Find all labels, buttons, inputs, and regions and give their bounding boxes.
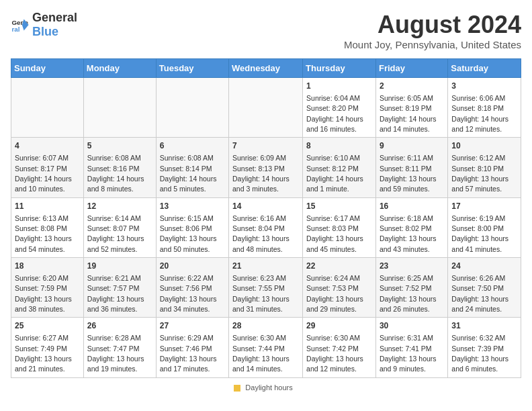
calendar-cell: 11Sunrise: 6:13 AM Sunset: 8:08 PM Dayli…	[11, 197, 84, 257]
page-header: Gene ral General Blue August 2024 Mount …	[11, 11, 521, 50]
day-info: Sunrise: 6:06 AM Sunset: 8:18 PM Dayligh…	[451, 94, 508, 133]
calendar-cell: 1Sunrise: 6:04 AM Sunset: 8:20 PM Daylig…	[303, 78, 376, 138]
calendar-cell: 28Sunrise: 6:30 AM Sunset: 7:44 PM Dayli…	[229, 318, 303, 377]
calendar-week-4: 18Sunrise: 6:20 AM Sunset: 7:59 PM Dayli…	[11, 258, 521, 318]
header-cell-thursday: Thursday	[303, 59, 376, 78]
title-block: August 2024 Mount Joy, Pennsylvania, Uni…	[344, 11, 521, 50]
calendar-cell: 22Sunrise: 6:24 AM Sunset: 7:53 PM Dayli…	[303, 258, 376, 318]
logo-general-text: General	[32, 11, 77, 24]
calendar-cell: 6Sunrise: 6:08 AM Sunset: 8:14 PM Daylig…	[156, 138, 228, 197]
calendar-cell: 30Sunrise: 6:31 AM Sunset: 7:41 PM Dayli…	[375, 318, 447, 377]
header-cell-monday: Monday	[83, 59, 156, 78]
day-info: Sunrise: 6:27 AM Sunset: 7:49 PM Dayligh…	[15, 334, 72, 373]
day-number: 10	[451, 140, 517, 152]
calendar-cell: 17Sunrise: 6:19 AM Sunset: 8:00 PM Dayli…	[448, 197, 521, 257]
day-info: Sunrise: 6:31 AM Sunset: 7:41 PM Dayligh…	[380, 334, 437, 373]
day-number: 1	[306, 81, 372, 92]
calendar-cell: 26Sunrise: 6:28 AM Sunset: 7:47 PM Dayli…	[83, 318, 156, 377]
main-title: August 2024	[344, 11, 521, 39]
calendar-cell: 10Sunrise: 6:12 AM Sunset: 8:10 PM Dayli…	[448, 138, 521, 197]
day-info: Sunrise: 6:23 AM Sunset: 7:55 PM Dayligh…	[232, 274, 290, 313]
header-cell-saturday: Saturday	[448, 59, 521, 78]
day-info: Sunrise: 6:30 AM Sunset: 7:44 PM Dayligh…	[232, 334, 290, 373]
calendar-cell	[156, 78, 228, 138]
day-number: 3	[451, 81, 517, 92]
day-number: 25	[15, 320, 80, 332]
day-info: Sunrise: 6:15 AM Sunset: 8:06 PM Dayligh…	[160, 214, 217, 253]
day-number: 17	[451, 201, 517, 212]
calendar-cell: 20Sunrise: 6:22 AM Sunset: 7:56 PM Dayli…	[156, 258, 228, 318]
day-number: 13	[160, 201, 225, 212]
day-number: 6	[160, 140, 225, 152]
logo: Gene ral General Blue	[11, 11, 77, 39]
calendar-cell: 5Sunrise: 6:08 AM Sunset: 8:16 PM Daylig…	[83, 138, 156, 197]
calendar-cell: 16Sunrise: 6:18 AM Sunset: 8:02 PM Dayli…	[375, 197, 447, 257]
day-info: Sunrise: 6:29 AM Sunset: 7:46 PM Dayligh…	[160, 334, 217, 373]
calendar-cell: 4Sunrise: 6:07 AM Sunset: 8:17 PM Daylig…	[11, 138, 84, 197]
day-number: 28	[232, 320, 299, 332]
calendar-cell: 23Sunrise: 6:25 AM Sunset: 7:52 PM Dayli…	[375, 258, 447, 318]
logo-icon: Gene ral	[11, 15, 30, 34]
calendar-cell: 8Sunrise: 6:10 AM Sunset: 8:12 PM Daylig…	[303, 138, 376, 197]
daylight-label: Daylight hours	[245, 383, 292, 392]
calendar-header: SundayMondayTuesdayWednesdayThursdayFrid…	[11, 59, 521, 78]
day-number: 9	[380, 140, 444, 152]
calendar-cell: 24Sunrise: 6:26 AM Sunset: 7:50 PM Dayli…	[448, 258, 521, 318]
day-number: 18	[15, 261, 80, 272]
day-number: 11	[15, 201, 80, 212]
logo-blue-text: Blue	[32, 25, 58, 38]
day-info: Sunrise: 6:28 AM Sunset: 7:47 PM Dayligh…	[87, 334, 144, 373]
calendar-cell	[11, 78, 84, 138]
daylight-dot	[234, 385, 240, 392]
day-number: 24	[451, 261, 517, 272]
day-number: 23	[380, 261, 444, 272]
day-info: Sunrise: 6:08 AM Sunset: 8:14 PM Dayligh…	[160, 154, 217, 193]
header-cell-tuesday: Tuesday	[156, 59, 228, 78]
day-number: 7	[232, 140, 299, 152]
calendar-cell: 29Sunrise: 6:30 AM Sunset: 7:42 PM Dayli…	[303, 318, 376, 377]
calendar-cell: 2Sunrise: 6:05 AM Sunset: 8:19 PM Daylig…	[375, 78, 447, 138]
day-info: Sunrise: 6:07 AM Sunset: 8:17 PM Dayligh…	[15, 154, 72, 193]
day-info: Sunrise: 6:09 AM Sunset: 8:13 PM Dayligh…	[232, 154, 290, 193]
day-number: 31	[451, 320, 517, 332]
calendar-cell: 19Sunrise: 6:21 AM Sunset: 7:57 PM Dayli…	[83, 258, 156, 318]
day-number: 20	[160, 261, 225, 272]
svg-text:ral: ral	[11, 26, 19, 33]
header-row: SundayMondayTuesdayWednesdayThursdayFrid…	[11, 59, 521, 78]
calendar-cell: 21Sunrise: 6:23 AM Sunset: 7:55 PM Dayli…	[229, 258, 303, 318]
calendar-body: 1Sunrise: 6:04 AM Sunset: 8:20 PM Daylig…	[11, 78, 521, 378]
day-number: 5	[87, 140, 152, 152]
day-info: Sunrise: 6:11 AM Sunset: 8:11 PM Dayligh…	[380, 154, 437, 193]
day-info: Sunrise: 6:26 AM Sunset: 7:50 PM Dayligh…	[451, 274, 508, 313]
day-number: 26	[87, 320, 152, 332]
day-info: Sunrise: 6:16 AM Sunset: 8:04 PM Dayligh…	[232, 214, 290, 253]
day-info: Sunrise: 6:08 AM Sunset: 8:16 PM Dayligh…	[87, 154, 144, 193]
day-number: 8	[306, 140, 372, 152]
calendar-cell: 3Sunrise: 6:06 AM Sunset: 8:18 PM Daylig…	[448, 78, 521, 138]
calendar-cell: 31Sunrise: 6:32 AM Sunset: 7:39 PM Dayli…	[448, 318, 521, 377]
day-info: Sunrise: 6:20 AM Sunset: 7:59 PM Dayligh…	[15, 274, 72, 313]
calendar-week-2: 4Sunrise: 6:07 AM Sunset: 8:17 PM Daylig…	[11, 138, 521, 197]
day-number: 12	[87, 201, 152, 212]
day-info: Sunrise: 6:12 AM Sunset: 8:10 PM Dayligh…	[451, 154, 508, 193]
day-number: 14	[232, 201, 299, 212]
calendar-cell: 13Sunrise: 6:15 AM Sunset: 8:06 PM Dayli…	[156, 197, 228, 257]
calendar-cell: 7Sunrise: 6:09 AM Sunset: 8:13 PM Daylig…	[229, 138, 303, 197]
day-info: Sunrise: 6:05 AM Sunset: 8:19 PM Dayligh…	[380, 94, 437, 133]
calendar-cell: 18Sunrise: 6:20 AM Sunset: 7:59 PM Dayli…	[11, 258, 84, 318]
header-cell-sunday: Sunday	[11, 59, 84, 78]
calendar-table: SundayMondayTuesdayWednesdayThursdayFrid…	[11, 58, 521, 378]
day-number: 4	[15, 140, 80, 152]
day-info: Sunrise: 6:21 AM Sunset: 7:57 PM Dayligh…	[87, 274, 144, 313]
day-number: 16	[380, 201, 444, 212]
day-info: Sunrise: 6:18 AM Sunset: 8:02 PM Dayligh…	[380, 214, 437, 253]
day-info: Sunrise: 6:19 AM Sunset: 8:00 PM Dayligh…	[451, 214, 508, 253]
day-info: Sunrise: 6:24 AM Sunset: 7:53 PM Dayligh…	[306, 274, 363, 313]
day-number: 21	[232, 261, 299, 272]
day-info: Sunrise: 6:04 AM Sunset: 8:20 PM Dayligh…	[306, 94, 363, 133]
day-number: 29	[306, 320, 372, 332]
day-info: Sunrise: 6:13 AM Sunset: 8:08 PM Dayligh…	[15, 214, 72, 253]
day-info: Sunrise: 6:30 AM Sunset: 7:42 PM Dayligh…	[306, 334, 363, 373]
day-info: Sunrise: 6:25 AM Sunset: 7:52 PM Dayligh…	[380, 274, 437, 313]
calendar-cell: 9Sunrise: 6:11 AM Sunset: 8:11 PM Daylig…	[375, 138, 447, 197]
